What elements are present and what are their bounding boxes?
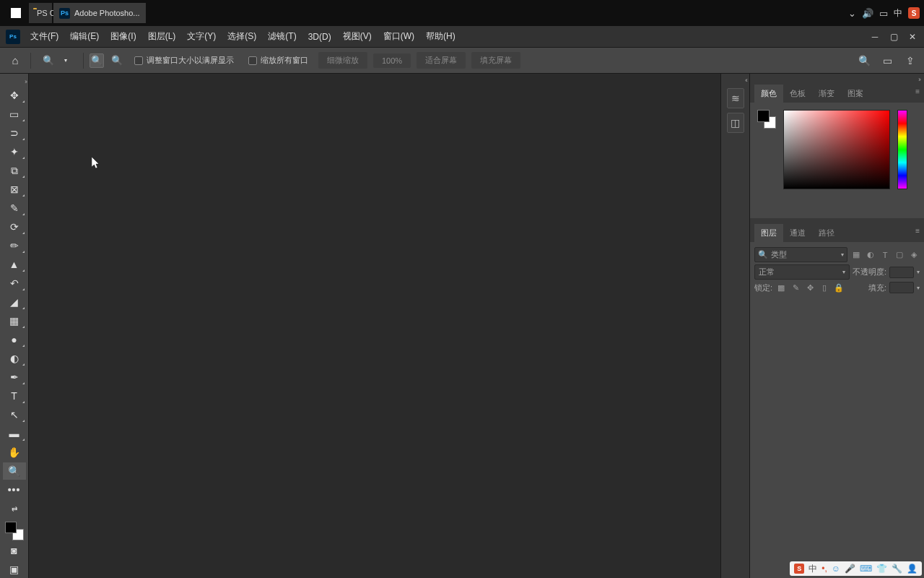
tray-emoji-icon[interactable]: ☺ <box>832 564 840 574</box>
panel-menu-icon[interactable]: ≡ <box>915 87 920 95</box>
menu-image[interactable]: 图像(I) <box>105 27 141 46</box>
search-icon[interactable]: 🔍 <box>856 53 872 69</box>
tab-gradients[interactable]: 渐变 <box>812 85 841 103</box>
magic-wand-tool[interactable]: ✦ <box>3 143 26 160</box>
lasso-tool[interactable]: ⊃ <box>3 124 26 142</box>
resize-window-checkbox[interactable]: 调整窗口大小以满屏显示 <box>130 55 238 66</box>
lock-transparency-icon[interactable]: ▩ <box>775 282 787 293</box>
app-logo-icon[interactable]: Ps <box>6 30 20 44</box>
menu-view[interactable]: 视图(V) <box>337 27 378 46</box>
panel-color-swatches[interactable] <box>757 110 776 129</box>
tab-channels[interactable]: 通道 <box>783 224 812 242</box>
chevron-down-icon[interactable]: ⌄ <box>848 8 856 19</box>
blend-mode-select[interactable]: 正常 ▾ <box>754 264 850 280</box>
dropdown-icon[interactable]: ▾ <box>58 53 73 68</box>
tray-punct-icon[interactable]: •, <box>821 564 827 574</box>
tray-mic-icon[interactable]: 🎤 <box>845 564 855 574</box>
filter-adjust-icon[interactable]: ◐ <box>865 249 876 261</box>
ime-indicator[interactable]: 中 <box>894 7 902 20</box>
sound-icon[interactable]: 🔊 <box>862 8 873 19</box>
zoom-100-button[interactable]: 100% <box>373 53 411 68</box>
taskbar-folder[interactable]: PS CC 2020 <box>29 3 52 23</box>
tray-ime-icon[interactable]: 中 <box>808 563 817 575</box>
tab-layers[interactable]: 图层 <box>754 224 783 242</box>
minimize-button[interactable]: ─ <box>866 30 884 43</box>
fit-screen-button[interactable]: 适合屏幕 <box>417 52 466 69</box>
clone-stamp-tool[interactable]: ▲ <box>3 256 26 273</box>
canvas-area[interactable] <box>29 74 720 578</box>
tray-user-icon[interactable]: 👤 <box>907 564 918 574</box>
tray-toolbox-icon[interactable]: 🔧 <box>892 564 902 574</box>
expand-icon[interactable]: ‹‹ <box>745 77 746 84</box>
edit-toolbar-button[interactable]: ••• <box>3 481 26 499</box>
lock-image-icon[interactable]: ✎ <box>790 282 801 293</box>
lock-all-icon[interactable]: 🔒 <box>833 282 845 293</box>
taskbar-app-active[interactable]: Ps Adobe Photosho... <box>53 3 146 23</box>
type-tool[interactable]: T <box>3 387 26 405</box>
close-button[interactable]: ✕ <box>904 30 921 43</box>
sogou-icon[interactable]: S <box>908 7 920 19</box>
tab-patterns[interactable]: 图案 <box>841 85 870 103</box>
color-field[interactable] <box>783 110 890 189</box>
panel-menu-icon[interactable]: ≡ <box>915 227 920 235</box>
menu-window[interactable]: 窗口(W) <box>378 27 420 46</box>
eraser-tool[interactable]: ◢ <box>3 293 26 311</box>
layer-filter-select[interactable]: 🔍 类型 ▾ <box>754 247 847 262</box>
opacity-input[interactable] <box>889 267 914 278</box>
dropdown-icon[interactable]: ▾ <box>917 269 920 275</box>
scrubby-zoom-button[interactable]: 细微缩放 <box>318 52 367 69</box>
color-swatches[interactable] <box>5 522 24 540</box>
zoom-in-icon[interactable]: 🔍 <box>90 53 104 68</box>
menu-edit[interactable]: 编辑(E) <box>64 27 105 46</box>
menu-layer[interactable]: 图层(L) <box>142 27 182 46</box>
tray-skin-icon[interactable]: 👕 <box>876 564 887 574</box>
menu-help[interactable]: 帮助(H) <box>420 27 461 46</box>
eyedropper-tool[interactable]: ✎ <box>3 199 26 217</box>
marquee-tool[interactable]: ▭ <box>3 105 26 123</box>
sogou-tray-icon[interactable]: S <box>794 564 804 574</box>
pen-tool[interactable]: ✒ <box>3 368 26 386</box>
brush-tool[interactable]: ✏ <box>3 237 26 254</box>
crop-tool[interactable]: ⧉ <box>3 162 26 179</box>
home-icon[interactable]: ⌂ <box>6 51 25 70</box>
menu-file[interactable]: 文件(F) <box>25 27 64 46</box>
filter-type-icon[interactable]: T <box>879 249 891 261</box>
screen-mode-tool[interactable]: ▣ <box>3 561 26 578</box>
lock-position-icon[interactable]: ✥ <box>804 282 816 293</box>
history-brush-tool[interactable]: ↶ <box>3 275 26 292</box>
maximize-button[interactable]: ▢ <box>885 30 902 43</box>
fill-input[interactable] <box>889 282 914 293</box>
zoom-out-icon[interactable]: 🔍 <box>110 53 124 68</box>
workspace-icon[interactable]: ▭ <box>879 53 895 69</box>
zoom-tool[interactable]: 🔍 <box>3 462 26 480</box>
windows-start-icon[interactable] <box>4 1 27 25</box>
lock-artboard-icon[interactable]: ▯ <box>819 282 830 293</box>
tab-swatches[interactable]: 色板 <box>783 85 812 103</box>
gradient-tool[interactable]: ▦ <box>3 312 26 329</box>
hand-tool[interactable]: ✋ <box>3 444 26 461</box>
history-panel-icon[interactable]: ≋ <box>727 88 744 108</box>
zoom-all-checkbox[interactable]: 缩放所有窗口 <box>244 55 313 66</box>
frame-tool[interactable]: ⊠ <box>3 181 26 198</box>
filter-smart-icon[interactable]: ◈ <box>908 249 920 261</box>
tab-paths[interactable]: 路径 <box>812 224 841 242</box>
swap-colors-icon[interactable]: ⇄ <box>3 500 26 517</box>
share-icon[interactable]: ⇪ <box>902 53 918 69</box>
collapse-icon[interactable]: ›› <box>25 78 26 85</box>
rectangle-tool[interactable]: ▬ <box>3 425 26 442</box>
menu-filter[interactable]: 滤镜(T) <box>262 27 302 46</box>
filter-shape-icon[interactable]: ▢ <box>894 249 905 261</box>
path-selection-tool[interactable]: ↖ <box>3 406 26 423</box>
dropdown-icon[interactable]: ▾ <box>917 285 920 291</box>
quick-mask-tool[interactable]: ◙ <box>3 542 26 559</box>
collapse-panels-icon[interactable]: ›› <box>918 76 920 83</box>
zoom-tool-icon[interactable]: 🔍 <box>41 53 56 68</box>
menu-select[interactable]: 选择(S) <box>222 27 262 46</box>
hue-slider[interactable] <box>897 110 907 189</box>
move-tool[interactable]: ✥ <box>3 87 26 104</box>
menu-3d[interactable]: 3D(D) <box>302 29 337 45</box>
filter-pixel-icon[interactable]: ▦ <box>850 249 862 261</box>
network-icon[interactable]: ▭ <box>879 8 888 19</box>
dodge-tool[interactable]: ◐ <box>3 350 26 367</box>
tab-color[interactable]: 颜色 <box>754 85 783 103</box>
